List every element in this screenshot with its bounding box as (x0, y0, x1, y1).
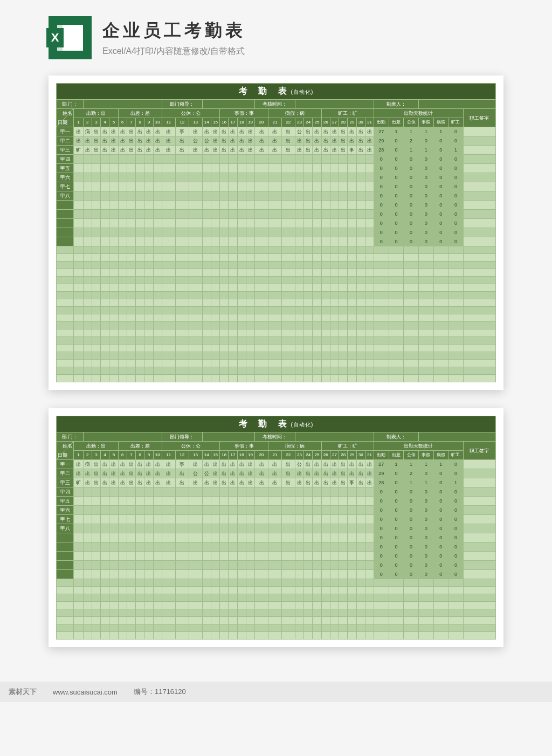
empty-cell[interactable] (92, 367, 100, 375)
empty-cell[interactable] (202, 284, 211, 292)
attendance-cell[interactable] (118, 561, 127, 570)
attendance-cell[interactable] (153, 570, 162, 579)
attendance-cell[interactable] (237, 219, 246, 228)
empty-cell[interactable] (418, 367, 433, 375)
attendance-cell[interactable] (162, 570, 175, 579)
attendance-cell[interactable]: 出 (175, 136, 189, 146)
attendance-cell[interactable] (74, 237, 83, 246)
empty-cell[interactable] (348, 299, 356, 307)
empty-cell[interactable] (321, 632, 330, 640)
attendance-cell[interactable] (295, 201, 303, 210)
attendance-cell[interactable] (175, 155, 189, 164)
attendance-cell[interactable] (220, 533, 229, 542)
empty-cell[interactable] (246, 609, 254, 617)
empty-cell[interactable] (339, 609, 348, 617)
attendance-cell[interactable] (175, 237, 189, 246)
attendance-cell[interactable] (304, 191, 313, 201)
empty-cell[interactable] (136, 367, 144, 375)
empty-cell[interactable] (57, 329, 74, 337)
empty-cell[interactable] (153, 292, 162, 299)
attendance-cell[interactable]: 出 (136, 127, 144, 136)
attendance-cell[interactable] (229, 182, 237, 191)
attendance-cell[interactable] (313, 524, 321, 533)
empty-cell[interactable] (229, 375, 237, 382)
attendance-cell[interactable] (83, 506, 92, 515)
attendance-cell[interactable] (153, 228, 162, 237)
empty-cell[interactable] (83, 367, 92, 375)
attendance-cell[interactable] (313, 164, 321, 173)
empty-cell[interactable] (330, 587, 339, 594)
empty-cell[interactable] (229, 352, 237, 360)
empty-cell[interactable] (321, 602, 330, 609)
empty-cell[interactable] (74, 617, 83, 624)
attendance-cell[interactable]: 出 (162, 127, 175, 136)
empty-cell[interactable] (101, 587, 109, 594)
empty-cell[interactable] (83, 299, 92, 307)
empty-cell[interactable] (295, 375, 303, 382)
empty-cell[interactable] (246, 594, 254, 602)
empty-cell[interactable] (389, 322, 404, 329)
attendance-cell[interactable] (268, 561, 281, 570)
empty-cell[interactable] (202, 579, 211, 587)
attendance-cell[interactable] (246, 164, 254, 173)
empty-cell[interactable] (109, 609, 118, 617)
attendance-cell[interactable] (162, 228, 175, 237)
empty-cell[interactable] (418, 579, 433, 587)
empty-cell[interactable] (313, 624, 321, 632)
empty-cell[interactable] (356, 345, 365, 352)
attendance-cell[interactable]: 出 (281, 136, 295, 146)
attendance-cell[interactable] (339, 228, 348, 237)
empty-cell[interactable] (330, 337, 339, 345)
attendance-cell[interactable] (109, 237, 118, 246)
empty-cell[interactable] (153, 262, 162, 269)
value-period[interactable] (295, 100, 374, 109)
empty-cell[interactable] (463, 375, 495, 382)
empty-cell[interactable] (246, 277, 254, 284)
attendance-cell[interactable] (101, 201, 109, 210)
empty-cell[interactable] (101, 632, 109, 640)
attendance-cell[interactable]: 病 (83, 127, 92, 136)
empty-cell[interactable] (418, 307, 433, 314)
empty-cell[interactable] (136, 594, 144, 602)
attendance-cell[interactable] (268, 524, 281, 533)
empty-cell[interactable] (136, 360, 144, 367)
attendance-cell[interactable] (237, 570, 246, 579)
attendance-cell[interactable] (365, 228, 374, 237)
sign-cell[interactable] (463, 478, 495, 487)
empty-cell[interactable] (136, 624, 144, 632)
empty-cell[interactable] (175, 594, 189, 602)
sign-cell[interactable] (463, 533, 495, 542)
attendance-cell[interactable] (295, 524, 303, 533)
attendance-cell[interactable] (202, 524, 211, 533)
attendance-cell[interactable]: 出 (92, 469, 100, 478)
empty-cell[interactable] (57, 624, 74, 632)
empty-cell[interactable] (313, 277, 321, 284)
empty-cell[interactable] (463, 262, 495, 269)
empty-cell[interactable] (109, 314, 118, 322)
attendance-cell[interactable] (153, 497, 162, 506)
attendance-cell[interactable] (202, 191, 211, 201)
empty-cell[interactable] (74, 262, 83, 269)
empty-cell[interactable] (448, 322, 464, 329)
attendance-cell[interactable] (101, 164, 109, 173)
sign-cell[interactable] (463, 524, 495, 533)
attendance-cell[interactable] (175, 515, 189, 524)
empty-cell[interactable] (448, 367, 464, 375)
empty-cell[interactable] (175, 284, 189, 292)
attendance-cell[interactable] (189, 155, 202, 164)
empty-cell[interactable] (330, 307, 339, 314)
empty-cell[interactable] (57, 602, 74, 609)
empty-cell[interactable] (83, 254, 92, 262)
attendance-cell[interactable]: 出 (356, 469, 365, 478)
attendance-cell[interactable] (127, 515, 135, 524)
empty-cell[interactable] (57, 579, 74, 587)
attendance-cell[interactable] (229, 542, 237, 552)
empty-cell[interactable] (389, 360, 404, 367)
attendance-cell[interactable]: 出 (356, 460, 365, 469)
attendance-cell[interactable] (74, 570, 83, 579)
attendance-cell[interactable] (136, 506, 144, 515)
empty-cell[interactable] (74, 360, 83, 367)
attendance-cell[interactable] (313, 237, 321, 246)
attendance-cell[interactable] (74, 533, 83, 542)
attendance-cell[interactable] (109, 542, 118, 552)
